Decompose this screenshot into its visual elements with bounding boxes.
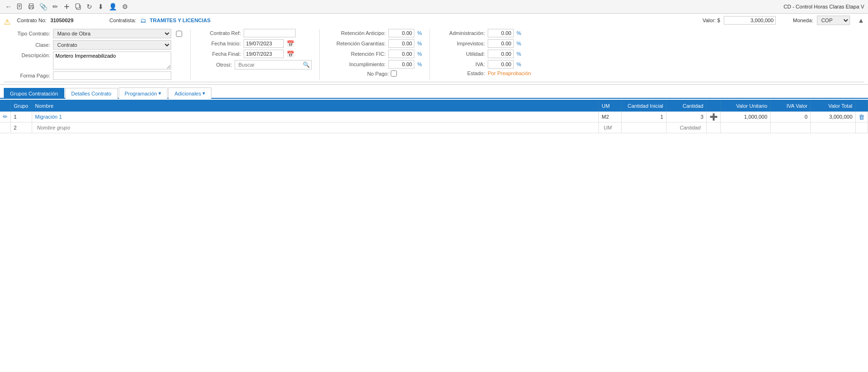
row1-grupo-value: 1 xyxy=(14,114,17,120)
row1-nombre-cell: Migración 1 xyxy=(32,112,599,122)
col-edit-header xyxy=(0,100,11,112)
newrow-um-cell xyxy=(599,122,622,133)
row1-cantidad-inicial-cell: 1 xyxy=(622,112,666,122)
fecha-inicio-cal-icon[interactable]: 📅 xyxy=(287,40,294,47)
tab-adicionales[interactable]: Adicionales ▾ xyxy=(168,87,211,99)
gear-icon[interactable]: ⚙ xyxy=(120,2,130,11)
newrow-iva-valor-cell xyxy=(771,122,811,133)
plus-toolbar-icon[interactable] xyxy=(62,2,71,11)
administracion-label: Administración: xyxy=(438,30,485,36)
valor-label: Valor: $ xyxy=(702,17,720,23)
app-title: CD - Control Horas Claras Etapa V xyxy=(783,4,864,9)
estado-row: Estado: Por Preaprobación xyxy=(438,70,532,76)
no-pago-row: No Pago: xyxy=(327,70,422,77)
administracion-input[interactable] xyxy=(488,29,514,37)
moneda-select[interactable]: COP USD EUR xyxy=(817,16,850,25)
retencion-fic-input[interactable] xyxy=(388,50,414,58)
fecha-inicio-input[interactable] xyxy=(244,39,284,48)
pct5: % xyxy=(517,30,521,36)
tab-programacion[interactable]: Programación ▾ xyxy=(119,87,167,99)
row1-edit-icon[interactable]: ✏ xyxy=(3,113,8,120)
col-cantidad-inicial-header: Cantidad Inicial xyxy=(622,100,666,112)
new-doc-icon[interactable] xyxy=(15,2,25,11)
no-pago-label: No Pago: xyxy=(327,71,389,77)
tab-detalles-contrato[interactable]: Detalles Contrato xyxy=(65,88,118,99)
col-trash-header-icon[interactable]: 🗑 xyxy=(859,102,865,109)
contratista-person-icon: 🗂 xyxy=(140,17,146,24)
pencil-edit-icon[interactable]: ✏ xyxy=(51,2,60,11)
divider2 xyxy=(319,29,320,80)
back-icon[interactable]: ← xyxy=(4,2,13,11)
header-section: ⚠ Contrato No: 31050029 Contratista: 🗂 T… xyxy=(0,14,868,85)
newrow-cantidad-input[interactable] xyxy=(669,124,702,131)
col-um-header: UM xyxy=(599,100,622,112)
collapse-button[interactable]: ▲ xyxy=(858,17,864,24)
no-pago-checkbox[interactable] xyxy=(391,70,397,77)
utilidad-input[interactable] xyxy=(488,50,514,58)
utilidad-label: Utilidad: xyxy=(438,51,485,57)
print-icon[interactable] xyxy=(26,2,36,11)
contrato-ref-input[interactable] xyxy=(244,29,296,37)
tab-detalles-label: Detalles Contrato xyxy=(71,91,112,96)
pct4: % xyxy=(417,61,422,67)
otrosi-row: Otrosí: 🔍 xyxy=(198,60,312,69)
row1-iva-valor-value: 0 xyxy=(805,114,807,120)
row1-cantidad-value: 3 xyxy=(701,114,703,120)
person-icon[interactable]: 👤 xyxy=(107,2,118,11)
clip-icon[interactable]: 📎 xyxy=(38,2,49,11)
retencion-anticipo-label: Retención Anticipo: xyxy=(327,30,386,36)
newrow-um-input[interactable] xyxy=(602,124,618,131)
iva-label: IVA: xyxy=(438,61,485,67)
refresh-icon[interactable]: ↻ xyxy=(85,2,94,11)
contrato-ref-row: Contrato Ref: xyxy=(198,29,312,37)
tab-grupos-contratacion[interactable]: Grupos Contratación xyxy=(4,88,64,99)
tipo-contrato-select[interactable]: Mano de Obra Materiales Equipos xyxy=(53,29,171,38)
valor-input[interactable] xyxy=(724,16,776,25)
tab-adicionales-label: Adicionales xyxy=(175,91,201,96)
grupos-table: Grupo Nombre UM Cantidad Inicial Cantida… xyxy=(0,100,868,133)
fecha-inicio-label: Fecha Inicio: xyxy=(198,41,241,46)
download-icon[interactable]: ⬇ xyxy=(96,2,105,11)
row1-trash-icon[interactable]: 🗑 xyxy=(859,113,865,121)
row1-add-cell: ➕ xyxy=(707,112,721,122)
pct3: % xyxy=(417,51,422,57)
pct8: % xyxy=(517,61,521,67)
imprevistos-row: Imprevistos: % xyxy=(438,39,532,48)
fecha-final-cal-icon[interactable]: 📅 xyxy=(287,51,294,58)
fecha-final-input[interactable] xyxy=(244,50,284,58)
imprevistos-label: Imprevistos: xyxy=(438,41,485,46)
col-grupo-header: Grupo xyxy=(11,100,32,112)
table-new-row: 2 xyxy=(0,122,868,133)
retencion-anticipo-input[interactable] xyxy=(388,29,414,37)
fecha-final-label: Fecha Final: xyxy=(198,51,241,57)
otrosi-search-input[interactable] xyxy=(237,61,303,69)
row1-um-value: M2 xyxy=(602,114,609,120)
pct6: % xyxy=(517,41,521,46)
imprevistos-input[interactable] xyxy=(488,39,514,48)
row1-cantidad-cell: 3 xyxy=(666,112,707,122)
svg-rect-5 xyxy=(29,4,33,6)
forma-pago-row: Forma Pago: xyxy=(8,71,183,80)
iva-input[interactable] xyxy=(488,60,514,69)
newrow-nombre-input[interactable] xyxy=(35,124,130,131)
retencion-garantias-input[interactable] xyxy=(388,39,414,48)
row1-iva-valor-cell: 0 xyxy=(771,112,811,122)
table-header-row: Grupo Nombre UM Cantidad Inicial Cantida… xyxy=(0,100,868,112)
tipo-contrato-checkbox[interactable] xyxy=(176,31,182,37)
tab-programacion-arrow: ▾ xyxy=(158,90,161,96)
newrow-add-cell xyxy=(707,122,721,133)
row1-add-icon[interactable]: ➕ xyxy=(710,113,718,121)
descripcion-row: Descripción: Mortero Impermeabilizado xyxy=(8,52,183,69)
retencion-anticipo-row: Retención Anticipo: % xyxy=(327,29,422,37)
otrosi-search-icon[interactable]: 🔍 xyxy=(303,61,310,68)
forma-pago-input[interactable] xyxy=(53,71,171,80)
contratista-value: TRAMITES Y LICENCIAS xyxy=(150,17,211,23)
row1-valor-total-value: 3,000,000 xyxy=(829,114,852,120)
incumplimiento-input[interactable] xyxy=(388,60,414,69)
descripcion-label: Descripción: xyxy=(8,52,50,58)
descripcion-textarea[interactable]: Mortero Impermeabilizado xyxy=(53,52,171,69)
row1-valor-total-cell: 3,000,000 xyxy=(811,112,856,122)
col-cantidad-header: Cantidad xyxy=(666,100,707,112)
clase-select[interactable]: Contrato Orden de Servicio Otro xyxy=(53,40,171,50)
copy-icon[interactable] xyxy=(73,2,83,11)
